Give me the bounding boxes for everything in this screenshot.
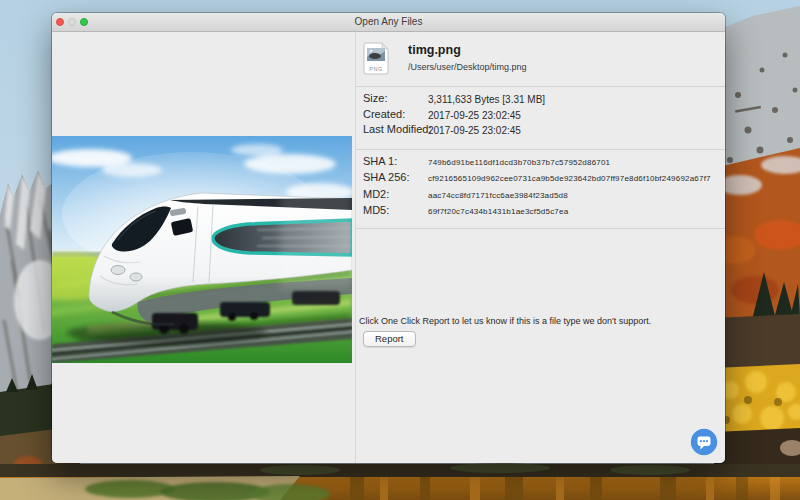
app-window: Open Any Files [52, 13, 725, 463]
md5-value: 69f7f20c7c434b1431b1ae3cf5d5c7ea [428, 207, 568, 216]
info-row-size: Size: 3,311,633 Bytes [3.31 MB] [356, 92, 725, 106]
window-title: Open Any Files [52, 13, 725, 31]
hash-row-sha1: SHA 1: 749b6d91be116df1dcd3b70b37b7c5795… [356, 155, 725, 169]
sha1-value: 749b6d91be116df1dcd3b70b37b7c57952d86701 [428, 158, 610, 167]
sha256-value: cf9216565109d962cee0731ca9b5de923642bd07… [428, 174, 711, 183]
separator [356, 86, 725, 87]
report-help-text: Click One Click Report to let us know if… [359, 316, 651, 326]
file-name: timg.png [408, 43, 461, 57]
md5-label: MD5: [363, 204, 389, 216]
hash-row-md2: MD2: aac74cc8fd7171fcc6ae3984f23ad5d8 [356, 188, 725, 202]
window-content: PNG timg.png /Users/user/Desktop/timg.pn… [52, 32, 725, 463]
preview-pane [52, 32, 356, 463]
modified-label: Last Modified: [363, 123, 431, 135]
details-pane: PNG timg.png /Users/user/Desktop/timg.pn… [356, 32, 725, 463]
chat-bubble-icon [690, 428, 718, 456]
created-value: 2017-09-25 23:02:45 [428, 110, 521, 121]
chat-button[interactable] [690, 428, 718, 456]
separator [356, 228, 725, 229]
size-label: Size: [363, 92, 387, 104]
size-value: 3,311,633 Bytes [3.31 MB] [428, 94, 545, 105]
info-row-created: Created: 2017-09-25 23:02:45 [356, 108, 725, 122]
window-titlebar[interactable]: Open Any Files [52, 13, 725, 32]
modified-value: 2017-09-25 23:02:45 [428, 125, 521, 136]
created-label: Created: [363, 108, 405, 120]
info-row-modified: Last Modified: 2017-09-25 23:02:45 [356, 123, 725, 137]
train-photo [52, 136, 352, 363]
hash-row-sha256: SHA 256: cf9216565109d962cee0731ca9b5de9… [356, 171, 725, 185]
hash-row-md5: MD5: 69f7f20c7c434b1431b1ae3cf5d5c7ea [356, 204, 725, 218]
sha256-label: SHA 256: [363, 171, 409, 183]
md2-value: aac74cc8fd7171fcc6ae3984f23ad5d8 [428, 191, 568, 200]
sha1-label: SHA 1: [363, 155, 397, 167]
report-button[interactable]: Report [363, 331, 416, 347]
png-badge-label: PNG [369, 66, 382, 72]
separator [356, 149, 725, 150]
md2-label: MD2: [363, 188, 389, 200]
file-path: /Users/user/Desktop/timg.png [408, 62, 527, 72]
png-file-icon: PNG [363, 42, 389, 75]
